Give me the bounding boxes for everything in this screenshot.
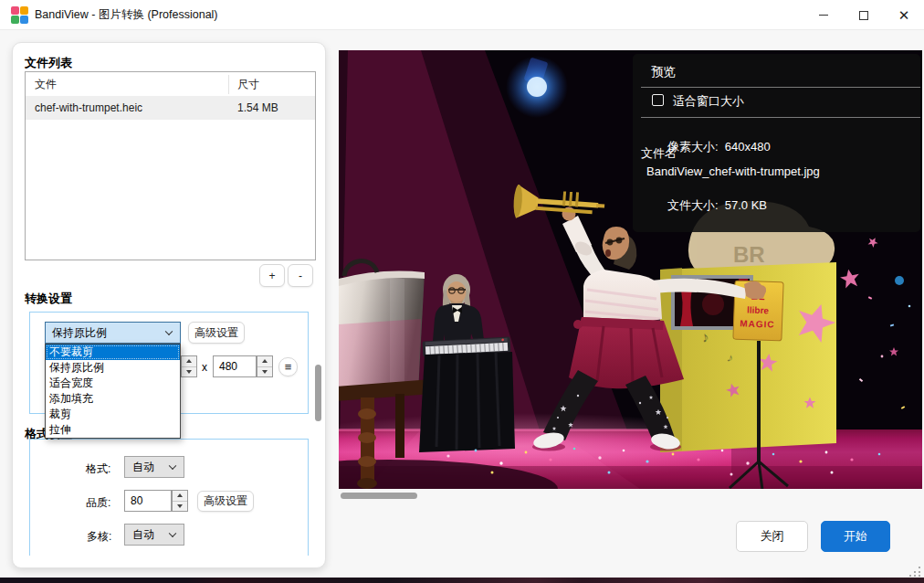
- height-spinner[interactable]: [257, 355, 273, 377]
- table-row[interactable]: chef-with-trumpet.heic 1.54 MB: [26, 97, 315, 120]
- resize-advanced-button[interactable]: 高级设置: [188, 322, 245, 344]
- quality-spinner[interactable]: [172, 490, 188, 512]
- file-size-cell: 1.54 MB: [237, 97, 278, 120]
- quality-label: 品质:: [86, 495, 110, 511]
- bandiview-convert-window: BandiView - 图片转换 (Professional) ✕ 文件列表 文…: [0, 0, 924, 583]
- dropdown-option[interactable]: 不要裁剪: [46, 344, 180, 360]
- divider: [641, 117, 920, 118]
- titlebar[interactable]: BandiView - 图片转换 (Professional) ✕: [0, 0, 924, 30]
- svg-text:BR: BR: [733, 242, 765, 267]
- blue-spotlight: [506, 56, 568, 118]
- filename-label: 文件名: [641, 145, 677, 162]
- cooking-pot: [339, 261, 425, 398]
- resize-mode-value: 保持原比例: [52, 325, 107, 341]
- quality-input[interactable]: 80: [124, 490, 172, 512]
- column-file[interactable]: 文件: [35, 72, 57, 97]
- quality-advanced-button[interactable]: 高级设置: [197, 491, 254, 512]
- resize-mode-dropdown: 不要裁剪 保持原比例 适合宽度 添加填充 裁剪 拉伸: [45, 344, 181, 439]
- minimize-icon: [819, 15, 828, 16]
- preview-title: 预览: [651, 64, 676, 80]
- format-value: 自动: [132, 460, 154, 475]
- dropdown-option[interactable]: 保持原比例: [46, 360, 180, 376]
- preview-image[interactable]: BR ♪ ♪: [339, 50, 922, 489]
- resize-grip[interactable]: [908, 567, 920, 577]
- horizontal-scrollbar-thumb[interactable]: [341, 493, 417, 499]
- svg-text:MAGIC: MAGIC: [740, 318, 775, 329]
- minimize-button[interactable]: [803, 0, 844, 30]
- multicore-combobox[interactable]: 自动: [124, 524, 184, 546]
- svg-text:llibre: llibre: [747, 305, 770, 316]
- height-input[interactable]: 480: [213, 355, 257, 377]
- start-button[interactable]: 开始: [821, 521, 890, 552]
- close-icon: ✕: [898, 8, 910, 22]
- multicore-label: 多核:: [87, 529, 111, 545]
- format-label: 格式:: [86, 461, 110, 477]
- column-size[interactable]: 尺寸: [237, 72, 259, 97]
- conversion-settings-label: 转换设置: [25, 291, 72, 307]
- fit-window-checkbox[interactable]: [652, 94, 664, 106]
- window-title: BandiView - 图片转换 (Professional): [35, 0, 218, 30]
- dropdown-option[interactable]: 裁剪: [46, 407, 180, 422]
- app-logo-icon: [11, 6, 28, 24]
- times-label: x: [202, 361, 207, 374]
- close-button[interactable]: ✕: [884, 0, 924, 30]
- remove-file-button[interactable]: -: [288, 264, 313, 287]
- multicore-value: 自动: [132, 527, 154, 543]
- fit-window-label: 适合窗口大小: [673, 93, 744, 110]
- dropdown-option[interactable]: 适合宽度: [46, 376, 180, 391]
- preview-info-panel: 预览 适合窗口大小 像素大小: 640x480 文件名 BandiView_ch…: [633, 54, 920, 232]
- dropdown-option[interactable]: 添加填充: [46, 391, 180, 407]
- column-divider[interactable]: [228, 75, 229, 94]
- close-dialog-button[interactable]: 关闭: [736, 521, 808, 552]
- format-combobox[interactable]: 自动: [124, 456, 184, 478]
- vertical-scrollbar-thumb[interactable]: [315, 365, 321, 421]
- chevron-down-icon: [169, 530, 176, 537]
- maximize-button[interactable]: [844, 0, 884, 30]
- file-table-header: 文件 尺寸: [26, 72, 315, 97]
- chevron-down-icon: [169, 462, 176, 470]
- file-list-label: 文件列表: [25, 55, 72, 71]
- resize-mode-combobox[interactable]: 保持原比例: [45, 322, 181, 344]
- maximize-icon: [859, 11, 868, 20]
- width-spinner[interactable]: [181, 355, 197, 377]
- settings-panel: 文件列表 文件 尺寸 chef-with-trumpet.heic 1.54 M…: [12, 42, 326, 568]
- filesize-line: 文件大小: 57.0 KB: [641, 184, 767, 228]
- file-table: 文件 尺寸 chef-with-trumpet.heic 1.54 MB: [25, 71, 316, 260]
- chevron-down-icon: [165, 328, 173, 335]
- filename-value: BandiView_chef-with-trumpet.jpg: [646, 164, 820, 178]
- size-presets-button[interactable]: ≡: [278, 357, 298, 376]
- dropdown-option[interactable]: 拉伸: [46, 422, 180, 438]
- divider: [641, 87, 920, 88]
- add-file-button[interactable]: +: [259, 264, 285, 287]
- file-name-cell: chef-with-trumpet.heic: [35, 97, 142, 120]
- background-window-strip: [0, 578, 924, 583]
